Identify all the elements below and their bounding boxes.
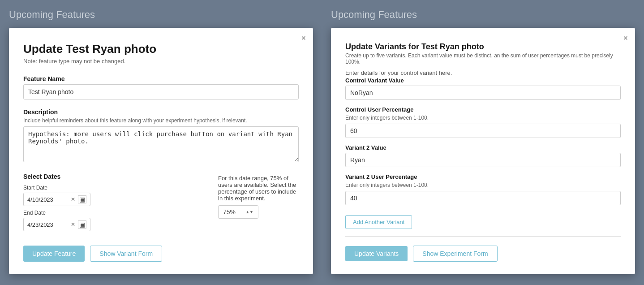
start-date-label: Start Date: [23, 185, 200, 191]
end-date-label: End Date: [23, 210, 200, 216]
description-label: Description: [23, 108, 299, 116]
right-modal-subtitle: Create up to five variants. Each variant…: [345, 52, 621, 65]
right-modal: × Update Variants for Test Ryan photo Cr…: [331, 28, 635, 274]
variant2-input[interactable]: [345, 153, 621, 167]
control-variant-input[interactable]: [345, 86, 621, 100]
variant2-group: Variant 2 Value: [345, 144, 621, 167]
control-info-text: Enter details for your control variant h…: [345, 69, 621, 76]
right-modal-title: Update Variants for Test Ryan photo: [345, 42, 621, 52]
start-date-input[interactable]: 4/10/2023 ✕ ▣: [23, 193, 90, 206]
variant2-percentage-input[interactable]: [345, 191, 621, 205]
control-variant-group: Control Variant Value: [345, 77, 621, 100]
left-modal: × Update Test Ryan photo Note: feature t…: [9, 28, 313, 274]
select-dates-label: Select Dates: [23, 173, 200, 180]
control-percentage-label: Control User Percentage: [345, 106, 621, 113]
feature-name-input[interactable]: [23, 84, 299, 99]
left-panel: Upcoming Features × Update Test Ryan pho…: [0, 0, 322, 285]
description-textarea[interactable]: Hypothesis: more users will click purcha…: [23, 126, 299, 162]
variant2-percentage-label: Variant 2 User Percentage: [345, 173, 621, 180]
update-variants-button[interactable]: Update Variants: [345, 246, 408, 261]
right-panel: Upcoming Features × Update Variants for …: [322, 0, 644, 285]
description-group: Description Include helpful reminders ab…: [23, 108, 299, 164]
control-percentage-input[interactable]: [345, 124, 621, 138]
right-modal-close[interactable]: ×: [623, 34, 628, 42]
end-date-clear[interactable]: ✕: [71, 221, 75, 228]
variant2-percentage-hint: Enter only integers between 1-100.: [345, 182, 621, 188]
left-modal-footer: Update Feature Show Variant Form: [23, 246, 299, 262]
dates-left: Select Dates Start Date 4/10/2023 ✕ ▣ En…: [23, 173, 200, 235]
control-percentage-group: Control User Percentage Enter only integ…: [345, 106, 621, 138]
left-background-title: Upcoming Features: [9, 9, 313, 21]
left-modal-close[interactable]: ×: [301, 34, 306, 42]
variant2-label: Variant 2 Value: [345, 144, 621, 151]
percentage-select[interactable]: 75% ▲▼: [218, 205, 258, 219]
percentage-arrows[interactable]: ▲▼: [245, 210, 253, 214]
divider: [345, 236, 621, 237]
left-modal-subtitle: Note: feature type may not be changed.: [23, 58, 299, 65]
right-background-title: Upcoming Features: [331, 9, 635, 21]
add-another-variant-button[interactable]: Add Another Variant: [345, 215, 412, 229]
show-variant-form-button[interactable]: Show Variant Form: [90, 246, 162, 262]
feature-name-group: Feature Name: [23, 75, 299, 99]
start-date-value: 4/10/2023: [27, 196, 71, 203]
left-modal-title: Update Test Ryan photo: [23, 42, 299, 56]
update-feature-button[interactable]: Update Feature: [23, 246, 85, 262]
end-date-value: 4/23/2023: [27, 221, 71, 228]
dates-right: For this date range, 75% of users are av…: [218, 173, 299, 219]
end-date-input[interactable]: 4/23/2023 ✕ ▣: [23, 218, 90, 231]
date-range-info: For this date range, 75% of users are av…: [218, 175, 299, 202]
start-date-calendar-icon[interactable]: ▣: [78, 195, 86, 203]
description-hint: Include helpful reminders about this fea…: [23, 117, 299, 124]
control-variant-label: Control Variant Value: [345, 77, 621, 84]
percentage-value: 75%: [223, 208, 236, 216]
show-experiment-form-button[interactable]: Show Experiment Form: [413, 246, 497, 262]
end-date-calendar-icon[interactable]: ▣: [78, 220, 86, 229]
feature-name-label: Feature Name: [23, 75, 299, 82]
control-percentage-hint: Enter only integers between 1-100.: [345, 115, 621, 121]
dates-section: Select Dates Start Date 4/10/2023 ✕ ▣ En…: [23, 173, 299, 235]
variant2-percentage-group: Variant 2 User Percentage Enter only int…: [345, 173, 621, 205]
start-date-clear[interactable]: ✕: [71, 196, 75, 203]
right-modal-footer: Update Variants Show Experiment Form: [345, 246, 621, 262]
